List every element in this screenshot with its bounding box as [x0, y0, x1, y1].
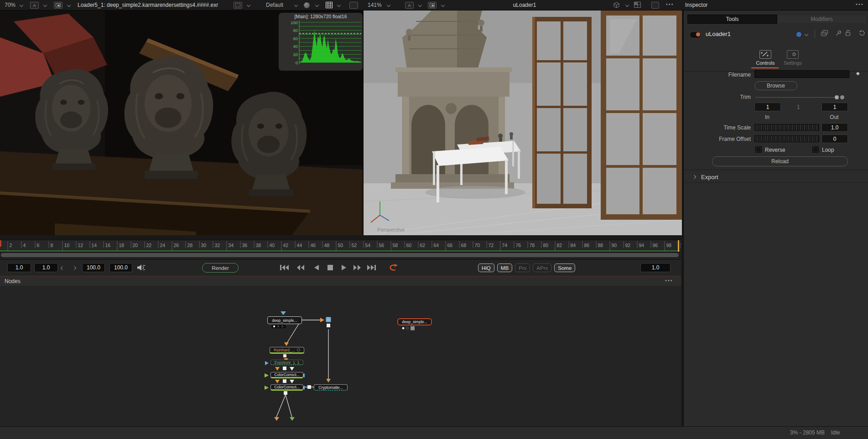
loop-checkbox[interactable]	[812, 146, 819, 153]
play-reverse-icon[interactable]	[314, 264, 319, 271]
node-color-dot[interactable]	[796, 31, 802, 37]
layers-icon[interactable]	[54, 2, 62, 9]
loop-icon[interactable]	[388, 264, 399, 271]
node-colorcorrect-1[interactable]: ColorCorrect...	[270, 372, 303, 378]
goto-end-icon[interactable]	[367, 264, 377, 271]
node-graph[interactable]: deep_simple... Reinhard_... Exposure_1_1…	[0, 286, 681, 426]
render-button[interactable]: Render	[202, 263, 239, 273]
timeline-scrollbar[interactable]	[0, 251, 681, 259]
chevron-down-icon[interactable]	[315, 3, 319, 7]
subtab-settings[interactable]: Settings	[782, 60, 803, 66]
ruler-tick-label: 54	[365, 243, 371, 248]
render-end-field[interactable]: 100.0	[82, 263, 105, 272]
left-viewer-zoom[interactable]: 70%	[5, 2, 16, 8]
subtab-controls[interactable]: Controls	[755, 60, 776, 66]
goto-start-icon[interactable]	[279, 264, 289, 271]
layers-icon[interactable]	[428, 2, 437, 9]
viewer-3d[interactable]: Perspective	[363, 10, 682, 235]
range-start-field[interactable]: 1.0	[7, 263, 31, 272]
browse-button[interactable]: Browse	[754, 81, 797, 90]
time-scale-field[interactable]: 1.0	[821, 123, 848, 132]
chevron-down-icon[interactable]	[20, 3, 23, 7]
chevron-down-icon[interactable]	[418, 3, 422, 7]
filename-input[interactable]	[754, 70, 849, 78]
nodes-options-icon[interactable]: •••	[665, 278, 673, 283]
frame-offset-thumbwheel[interactable]	[754, 135, 819, 142]
grid-icon[interactable]	[326, 2, 333, 8]
viewer-2d[interactable]: [Main]: 1280x720 float16 100806040200	[0, 10, 363, 235]
chevron-down-icon[interactable]	[387, 3, 390, 7]
ruler-tick-label: 18	[119, 243, 125, 248]
range-end-field[interactable]: 100.0	[109, 263, 132, 272]
keyframe-diamond-icon[interactable]: ◆	[856, 71, 860, 76]
inspector-options-icon[interactable]: •••	[856, 1, 864, 7]
ruler-tick-label: 2	[10, 243, 12, 248]
node-deep-simple-1[interactable]: deep_simple...	[267, 316, 302, 324]
play-icon[interactable]	[341, 264, 347, 271]
fast-rewind-icon[interactable]	[296, 264, 305, 271]
time-scale-thumbwheel[interactable]	[754, 124, 819, 131]
export-section-label[interactable]: Export	[701, 174, 718, 181]
single-view-icon[interactable]	[651, 2, 659, 9]
versions-icon[interactable]	[821, 30, 828, 36]
trim-handle-out[interactable]	[840, 95, 844, 99]
region-icon[interactable]	[234, 2, 242, 9]
toggle-knob	[696, 32, 700, 36]
ruler-tick-label: 22	[146, 243, 152, 248]
split-view-icon[interactable]	[634, 2, 641, 8]
viewer-options-icon[interactable]: •••	[666, 1, 674, 7]
trim-out-field[interactable]: 1	[821, 103, 848, 111]
render-start-field[interactable]: 1.0	[34, 263, 58, 272]
node-colorcorrect-2[interactable]: ColorCorrect...	[270, 384, 303, 391]
audio-icon[interactable]	[137, 264, 145, 271]
timeline-ruler[interactable]: 2468101214161820222426283032343638404244…	[0, 240, 681, 252]
playhead-marker[interactable]	[678, 240, 679, 252]
trim-slider-track[interactable]	[755, 97, 836, 98]
fast-forward-icon[interactable]	[353, 264, 361, 271]
trim-handle-in[interactable]	[835, 95, 839, 99]
reset-history-icon[interactable]	[859, 30, 865, 36]
playback-speed-field[interactable]: 1.0	[640, 263, 670, 272]
quality-aprx-button[interactable]: APrx	[533, 263, 551, 272]
chevron-down-icon[interactable]	[337, 3, 341, 7]
node-reinhard[interactable]: Reinhard_...	[270, 347, 304, 354]
right-viewer-zoom[interactable]: 141%	[368, 2, 382, 8]
chevron-down-icon[interactable]	[247, 3, 250, 7]
channel-a-icon[interactable]: A	[405, 2, 414, 9]
lut-sphere-icon[interactable]	[304, 2, 310, 8]
timeline-scroll-thumb[interactable]	[1, 253, 679, 257]
export-expand-icon[interactable]	[692, 175, 696, 179]
reload-button[interactable]: Reload	[712, 156, 848, 166]
lut-select[interactable]: Default	[266, 2, 283, 8]
chevron-down-icon[interactable]	[294, 3, 298, 7]
node-enable-toggle[interactable]	[690, 31, 701, 38]
node-deep-simple-2[interactable]: deep_simple...	[397, 318, 432, 325]
cube-3d-icon[interactable]	[613, 2, 620, 8]
chevron-down-icon[interactable]	[67, 3, 71, 7]
tab-tools[interactable]: Tools	[687, 15, 777, 24]
frame-offset-field[interactable]: 0	[821, 134, 848, 143]
frame-box-icon[interactable]	[349, 2, 358, 9]
stop-icon[interactable]	[327, 264, 333, 271]
step-next-icon[interactable]	[73, 266, 76, 270]
tab-modifiers[interactable]: Modifiers	[777, 15, 867, 24]
view-mode-label[interactable]: Perspective	[377, 227, 405, 232]
quality-mb-button[interactable]: MB	[497, 263, 512, 272]
step-prev-icon[interactable]	[61, 266, 64, 270]
channel-a-icon[interactable]: A	[30, 2, 39, 9]
chevron-down-icon[interactable]	[43, 3, 47, 7]
chevron-down-icon[interactable]	[625, 3, 629, 7]
quality-prx-button[interactable]: Prx	[515, 263, 530, 272]
chevron-down-icon[interactable]	[441, 3, 445, 7]
quality-hiq-button[interactable]: HiQ	[478, 263, 494, 272]
node-cryptomatte[interactable]: Cryptomatte...	[314, 384, 348, 391]
trim-in-field[interactable]: 1	[754, 103, 781, 111]
chevron-down-icon[interactable]	[805, 32, 808, 36]
quality-some-button[interactable]: Some	[554, 263, 575, 272]
settings-tab-icon[interactable]	[787, 50, 799, 59]
controls-tab-icon[interactable]	[759, 50, 771, 59]
reverse-checkbox[interactable]	[755, 146, 762, 153]
node-exposure[interactable]: Exposure_1_1	[270, 360, 303, 365]
pin-icon[interactable]	[836, 30, 842, 36]
lock-icon[interactable]	[845, 30, 851, 36]
